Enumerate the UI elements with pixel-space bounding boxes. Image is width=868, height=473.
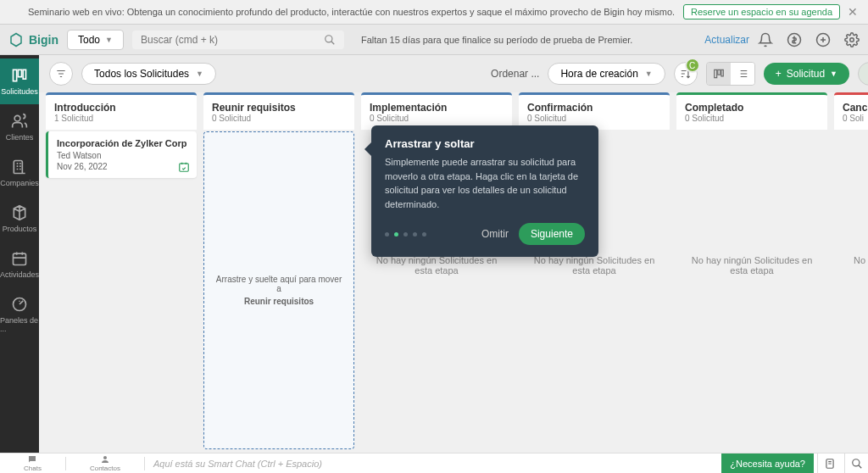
search-icon-button[interactable] [844,454,868,474]
reserve-button[interactable]: Reserve un espacio en su agenda [683,4,840,19]
package-icon [11,204,28,221]
sidebar-item-clientes[interactable]: Clientes [0,104,39,150]
skip-link[interactable]: Omitir [481,228,509,240]
list-icon [737,68,748,80]
dot [385,232,389,236]
column-count: 0 Solicitud [370,114,504,123]
trial-notice: Faltan 15 días para que finalice su perí… [353,35,696,45]
sidebar-item-solicitudes[interactable]: Solicitudes [0,58,39,104]
dropzone[interactable]: Arrastre y suelte aquí para mover a Reun… [203,131,354,449]
column-header[interactable]: Completado 0 Solicitud [676,92,827,130]
tooltip-title: Arrastrar y soltar [385,137,585,150]
sidebar: Solicitudes Clientes Companies Productos… [0,55,39,456]
column-header[interactable]: Implementación 0 Solicitud [361,92,512,130]
column-title: Canc [843,102,868,114]
filter-label: Todos los Solicitudes [94,68,189,80]
bottombar: Chats Contactos Aquí está su Smart Chat … [0,453,868,473]
svg-rect-4 [14,70,17,81]
svg-rect-5 [18,70,21,76]
column-introduccion: Introducción 1 Solicitud Incorporación d… [46,92,197,449]
bigin-logo-icon [8,32,24,47]
column-header[interactable]: Canc 0 Soli [834,92,868,130]
column-header[interactable]: Reunir requisitos 0 Solicitud [203,92,354,130]
sort-direction-button[interactable]: C [674,62,698,86]
column-header[interactable]: Confirmación 0 Solicitud [519,92,670,130]
empty-state-text: No [834,247,868,274]
column-reunir: Reunir requisitos 0 Solicitud Arrastre y… [203,92,354,449]
scope-dropdown[interactable]: Todo ▼ [67,30,124,50]
chevron-down-icon: ▼ [645,70,653,78]
sidebar-item-label: Actividades [0,270,39,279]
dot [413,232,417,236]
sort-dropdown[interactable]: Hora de creación ▼ [548,63,665,85]
filter-dropdown[interactable]: Todos los Solicitudes ▼ [81,63,216,85]
building-icon [11,159,28,175]
plus-circle-icon[interactable] [815,32,831,47]
sidebar-item-companies[interactable]: Companies [0,150,39,196]
gauge-icon [11,296,28,313]
topbar-icon-group [758,32,860,47]
contacts-icon [100,454,110,465]
column-title: Reunir requisitos [212,102,346,114]
list-view-button[interactable] [731,63,754,85]
help-button[interactable]: ¿Necesita ayuda? [721,454,814,474]
view-toggle [706,62,755,86]
sidebar-item-label: Solicitudes [1,87,38,96]
column-count: 0 Solicitud [212,114,346,123]
users-icon [11,113,28,130]
chevron-down-icon: ▼ [830,70,837,78]
svg-rect-11 [718,70,721,75]
sidebar-item-productos[interactable]: Productos [0,196,39,242]
dropzone-text: Arrastre y suelte aquí para mover a [213,275,345,293]
dollar-icon[interactable] [787,32,802,47]
sidebar-item-actividades[interactable]: Actividades [0,242,39,287]
dot-active [394,232,398,236]
chats-tab[interactable]: Chats [0,454,65,472]
sidebar-item-paneles[interactable]: Paneles de ... [0,287,39,342]
bell-icon[interactable] [758,32,773,47]
sort-label: Ordenar ... [491,68,539,80]
more-menu-button[interactable] [858,62,868,86]
column-count: 0 Solicitud [527,114,661,123]
column-header[interactable]: Introducción 1 Solicitud [46,92,197,130]
search-icon [851,458,863,470]
smart-chat-input[interactable]: Aquí está su Smart Chat (Ctrl + Espacio) [145,459,721,469]
filter-icon [55,68,67,80]
tooltip-progress-dots [385,232,426,236]
contacts-label: Contactos [90,465,120,472]
column-cancelado: Canc 0 Soli No [834,92,868,449]
next-button[interactable]: Siguiente [519,223,585,245]
scope-label: Todo [78,34,100,46]
sort-value: Hora de creación [560,68,637,80]
svg-point-0 [326,35,332,42]
dot [403,232,408,236]
notes-icon-button[interactable] [817,454,841,474]
card-date: Nov 26, 2022 [57,162,188,171]
filter-icon-button[interactable] [49,62,73,86]
close-icon[interactable]: ✕ [848,5,858,19]
search-icon [324,34,336,46]
search-input[interactable] [141,34,317,46]
sidebar-item-label: Productos [3,225,37,233]
tooltip-body: Simplemente puede arrastrar su solicitud… [385,155,585,211]
sidebar-item-label: Companies [0,179,39,187]
sidebar-item-label: Paneles de ... [0,316,39,333]
upgrade-link[interactable]: Actualizar [704,34,749,46]
search-box[interactable] [132,31,344,49]
brand-logo[interactable]: Bigin [8,32,58,47]
dots-icon [864,68,868,80]
user-avatar-badge: C [685,58,700,73]
contacts-tab[interactable]: Contactos [66,454,144,472]
column-title: Introducción [54,102,188,114]
dot [422,232,426,236]
kanban-view-button[interactable] [707,63,731,85]
column-title: Implementación [370,102,504,114]
column-completado: Completado 0 Solicitud No hay ningún Sol… [676,92,827,449]
solicitud-card[interactable]: Incorporación de Zylker Corp Ted Watson … [46,131,197,178]
add-solicitud-button[interactable]: + Solicitud ▼ [764,63,849,85]
sidebar-item-label: Clientes [6,133,34,142]
gear-icon[interactable] [844,32,860,47]
notes-icon [824,458,836,470]
svg-point-17 [103,456,107,459]
empty-state-text: No hay ningún Solicitudes en esta etapa [676,247,827,284]
